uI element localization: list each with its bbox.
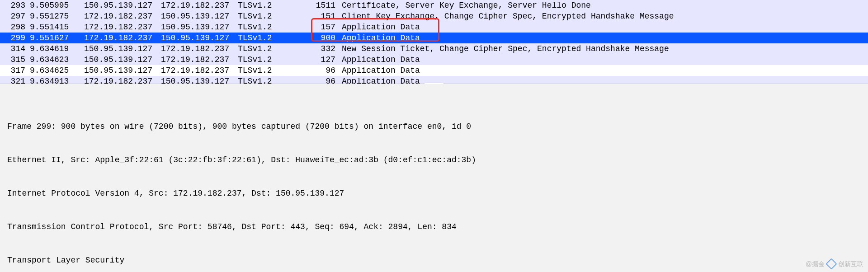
packet-time: 9.551275 <box>30 11 84 22</box>
packet-proto: TLSv1.2 <box>238 43 297 54</box>
packet-len: 96 <box>297 76 342 84</box>
packet-src: 150.95.139.127 <box>84 54 161 65</box>
packet-src: 150.95.139.127 <box>84 43 161 54</box>
packet-src: 172.19.182.237 <box>84 22 161 33</box>
packet-time: 9.551627 <box>30 33 84 43</box>
logo-icon <box>826 258 837 269</box>
detail-ethernet[interactable]: Ethernet II, Src: Apple_3f:22:61 (3c:22:… <box>5 155 864 166</box>
packet-dst: 172.19.182.237 <box>161 0 238 11</box>
packet-info: Certificate, Server Key Exchange, Server… <box>342 0 868 11</box>
packet-no: 297 <box>3 11 30 22</box>
packet-len: 332 <box>297 43 342 54</box>
watermark: @掘金 创新互联 <box>806 258 863 269</box>
packet-row[interactable]: 297 9.551275 172.19.182.237 150.95.139.1… <box>0 11 868 22</box>
packet-len: 157 <box>297 22 342 33</box>
packet-proto: TLSv1.2 <box>238 11 297 22</box>
packet-src: 150.95.139.127 <box>84 0 161 11</box>
packet-dst: 150.95.139.127 <box>161 22 238 33</box>
packet-info: Application Data <box>342 33 868 43</box>
packet-src: 172.19.182.237 <box>84 76 161 84</box>
packet-row[interactable]: 298 9.551415 172.19.182.237 150.95.139.1… <box>0 22 868 33</box>
packet-dst: 150.95.139.127 <box>161 76 238 84</box>
watermark-text2: 创新互联 <box>838 258 863 269</box>
packet-info: Client Key Exchange, Change Cipher Spec,… <box>342 11 868 22</box>
packet-time: 9.505995 <box>30 0 84 11</box>
packet-row[interactable]: 315 9.634623 150.95.139.127 172.19.182.2… <box>0 54 868 65</box>
detail-frame[interactable]: Frame 299: 900 bytes on wire (7200 bits)… <box>5 121 864 133</box>
packet-no: 317 <box>3 65 30 76</box>
packet-proto: TLSv1.2 <box>238 76 297 84</box>
packet-info: Application Data <box>342 54 868 65</box>
packet-info: Application Data <box>342 76 868 84</box>
packet-info: Application Data <box>342 22 868 33</box>
detail-tls[interactable]: Transport Layer Security <box>5 255 864 267</box>
packet-time: 9.634619 <box>30 43 84 54</box>
packet-src: 150.95.139.127 <box>84 65 161 76</box>
packet-proto: TLSv1.2 <box>238 65 297 76</box>
packet-no: 299 <box>3 33 30 43</box>
packet-row[interactable]: 314 9.634619 150.95.139.127 172.19.182.2… <box>0 43 868 54</box>
packet-dst: 150.95.139.127 <box>161 11 238 22</box>
detail-tcp[interactable]: Transmission Control Protocol, Src Port:… <box>5 221 864 233</box>
packet-list-pane[interactable]: 293 9.505995 150.95.139.127 172.19.182.2… <box>0 0 868 84</box>
packet-dst: 172.19.182.237 <box>161 54 238 65</box>
packet-info: Application Data <box>342 65 868 76</box>
packet-row[interactable]: 293 9.505995 150.95.139.127 172.19.182.2… <box>0 0 868 11</box>
packet-time: 9.551415 <box>30 22 84 33</box>
detail-ip[interactable]: Internet Protocol Version 4, Src: 172.19… <box>5 188 864 200</box>
packet-len: 151 <box>297 11 342 22</box>
packet-info: New Session Ticket, Change Cipher Spec, … <box>342 43 868 54</box>
watermark-text: @掘金 <box>806 258 825 269</box>
packet-time: 9.634623 <box>30 54 84 65</box>
packet-src: 172.19.182.237 <box>84 33 161 43</box>
packet-proto: TLSv1.2 <box>238 0 297 11</box>
packet-row[interactable]: 317 9.634625 150.95.139.127 172.19.182.2… <box>0 65 868 76</box>
packet-detail-pane[interactable]: Frame 299: 900 bytes on wire (7200 bits)… <box>0 84 868 272</box>
packet-len: 96 <box>297 65 342 76</box>
packet-dst: 150.95.139.127 <box>161 33 238 43</box>
packet-proto: TLSv1.2 <box>238 22 297 33</box>
packet-no: 293 <box>3 0 30 11</box>
packet-dst: 172.19.182.237 <box>161 65 238 76</box>
packet-len: 1511 <box>297 0 342 11</box>
packet-proto: TLSv1.2 <box>238 33 297 43</box>
packet-no: 314 <box>3 43 30 54</box>
packet-src: 172.19.182.237 <box>84 11 161 22</box>
packet-time: 9.634913 <box>30 76 84 84</box>
packet-len: 127 <box>297 54 342 65</box>
packet-dst: 172.19.182.237 <box>161 43 238 54</box>
packet-time: 9.634625 <box>30 65 84 76</box>
packet-no: 315 <box>3 54 30 65</box>
packet-len: 900 <box>297 33 342 43</box>
packet-proto: TLSv1.2 <box>238 54 297 65</box>
packet-no: 298 <box>3 22 30 33</box>
packet-row-selected[interactable]: 299 9.551627 172.19.182.237 150.95.139.1… <box>0 33 868 43</box>
packet-no: 321 <box>3 76 30 84</box>
